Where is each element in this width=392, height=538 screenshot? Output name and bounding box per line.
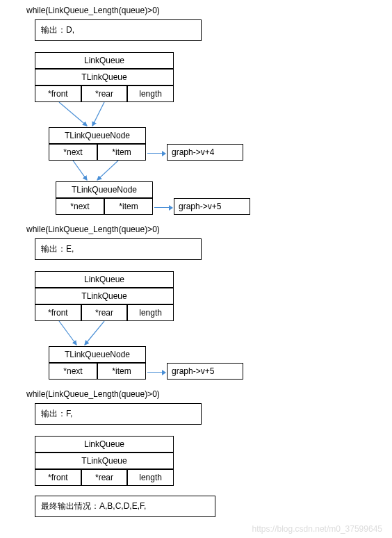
arrow-icon [154, 207, 172, 208]
length-cell: length [127, 469, 174, 486]
target-v4: graph->v+4 [167, 144, 243, 161]
target-text: graph->v+5 [179, 202, 221, 211]
arrows-node1-to-node2 [49, 161, 188, 181]
output-text: 输出：D, [41, 25, 74, 35]
queue-node-1: TLinkQueueNode *next *item [49, 127, 146, 161]
target-text: graph->v+5 [172, 366, 214, 376]
arrow-icon [147, 372, 165, 373]
front-cell: *front [35, 85, 81, 102]
output-box-e: 输出：E, [35, 238, 202, 260]
while-condition-1: while(LinkQueue_Length(queue)>0) [26, 6, 378, 15]
target-v5-s2: graph->v+5 [167, 363, 243, 380]
target-v5: graph->v+5 [174, 198, 250, 215]
next-cell: *next [56, 198, 104, 215]
length-cell: length [127, 304, 174, 321]
while-condition-2: while(LinkQueue_Length(queue)>0) [26, 225, 378, 234]
tlinkqueue-title: TLinkQueue [35, 453, 174, 469]
output-text: 输出：F, [41, 409, 72, 418]
output-box-d: 输出：D, [35, 19, 202, 41]
arrow-icon [147, 153, 165, 154]
svg-line-2 [73, 161, 87, 180]
svg-line-5 [85, 321, 104, 345]
svg-line-4 [59, 321, 76, 345]
linkqueue-table-1: LinkQueue TLinkQueue *front *rear length [35, 52, 174, 102]
final-output-text: 最终输出情况：A,B,C,D,E,F, [41, 501, 146, 511]
rear-cell: *rear [81, 304, 128, 321]
svg-line-3 [97, 161, 118, 180]
item-cell: *item [104, 198, 153, 215]
tlinkqueue-title: TLinkQueue [35, 69, 174, 85]
tlinkqueue-title: TLinkQueue [35, 288, 174, 304]
next-cell: *next [49, 144, 97, 161]
queue-node-s2: TLinkQueueNode *next *item [49, 346, 146, 380]
arrows-queue-to-node-s2 [35, 321, 174, 346]
linkqueue-title: LinkQueue [35, 52, 174, 69]
output-box-f: 输出：F, [35, 403, 202, 425]
front-cell: *front [35, 469, 81, 486]
target-text: graph->v+4 [172, 147, 214, 157]
svg-line-0 [59, 102, 87, 126]
item-cell: *item [97, 144, 146, 161]
output-text: 输出：E, [41, 244, 74, 254]
node-title: TLinkQueueNode [49, 127, 146, 144]
arrows-queue-to-node1 [35, 102, 174, 127]
node-title: TLinkQueueNode [56, 181, 153, 198]
next-cell: *next [49, 363, 97, 380]
linkqueue-table-3: LinkQueue TLinkQueue *front *rear length [35, 436, 174, 486]
while-condition-3: while(LinkQueue_Length(queue)>0) [26, 389, 378, 399]
length-cell: length [127, 85, 174, 102]
svg-line-1 [92, 102, 104, 126]
item-cell: *item [97, 363, 146, 380]
front-cell: *front [35, 304, 81, 321]
linkqueue-title: LinkQueue [35, 436, 174, 453]
rear-cell: *rear [81, 85, 128, 102]
linkqueue-title: LinkQueue [35, 271, 174, 288]
node-title: TLinkQueueNode [49, 346, 146, 363]
rear-cell: *rear [81, 469, 128, 486]
queue-node-2: TLinkQueueNode *next *item [56, 181, 153, 215]
final-output-box: 最终输出情况：A,B,C,D,E,F, [35, 496, 215, 517]
linkqueue-table-2: LinkQueue TLinkQueue *front *rear length [35, 271, 174, 321]
